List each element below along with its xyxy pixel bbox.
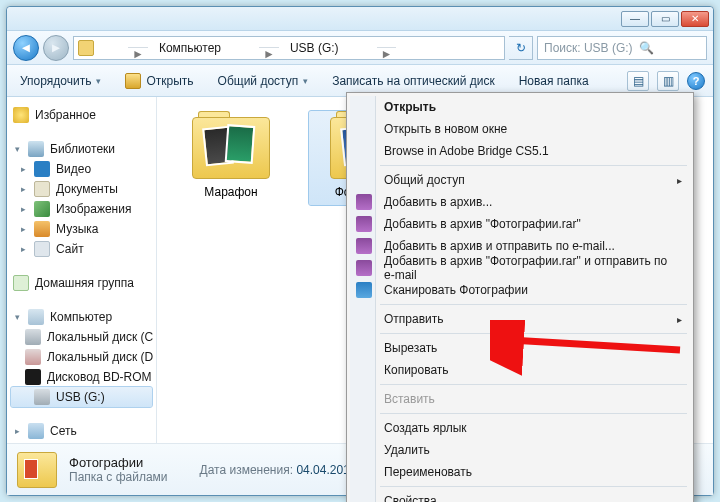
new-folder-button[interactable]: Новая папка bbox=[514, 71, 594, 91]
sidebar-item-video[interactable]: ▸Видео bbox=[11, 159, 152, 179]
search-input[interactable]: Поиск: USB (G:) 🔍 bbox=[537, 36, 707, 60]
details-date-label: Дата изменения: bbox=[200, 463, 294, 477]
ctx-browse-bridge[interactable]: Browse in Adobe Bridge CS5.1 bbox=[350, 140, 690, 162]
site-icon bbox=[34, 241, 50, 257]
computer-icon bbox=[28, 309, 44, 325]
sidebar-item-drive-d[interactable]: Локальный диск (D bbox=[11, 347, 152, 367]
organize-label: Упорядочить bbox=[20, 74, 91, 88]
submenu-arrow-icon: ▸ bbox=[677, 314, 682, 325]
collapse-icon: ▾ bbox=[13, 144, 22, 154]
image-icon bbox=[34, 201, 50, 217]
ctx-add-photo-rar[interactable]: Добавить в архив "Фотографии.rar" bbox=[350, 213, 690, 235]
context-menu: Открыть Открыть в новом окне Browse in A… bbox=[346, 92, 694, 502]
sidebar-label: Видео bbox=[56, 162, 91, 176]
archive-icon bbox=[356, 216, 372, 232]
help-button[interactable]: ? bbox=[687, 72, 705, 90]
minimize-button[interactable]: — bbox=[621, 11, 649, 27]
ctx-rename[interactable]: Переименовать bbox=[350, 461, 690, 483]
ctx-scan[interactable]: Сканировать Фотографии bbox=[350, 279, 690, 301]
crumb-computer[interactable]: Компьютер bbox=[155, 41, 225, 55]
sidebar-label: Локальный диск (C bbox=[47, 330, 153, 344]
sidebar-network[interactable]: ▸Сеть bbox=[11, 421, 152, 441]
preview-pane-button[interactable]: ▥ bbox=[657, 71, 679, 91]
ctx-send-to[interactable]: Отправить▸ bbox=[350, 308, 690, 330]
ctx-create-shortcut[interactable]: Создать ярлык bbox=[350, 417, 690, 439]
ctx-properties[interactable]: Свойства bbox=[350, 490, 690, 502]
sidebar-item-images[interactable]: ▸Изображения bbox=[11, 199, 152, 219]
ctx-open[interactable]: Открыть bbox=[350, 96, 690, 118]
navigation-sidebar: Избранное ▾Библиотеки ▸Видео ▸Документы … bbox=[7, 97, 157, 443]
ctx-copy[interactable]: Копировать bbox=[350, 359, 690, 381]
view-button[interactable]: ▤ bbox=[627, 71, 649, 91]
sidebar-label: Изображения bbox=[56, 202, 131, 216]
close-button[interactable]: ✕ bbox=[681, 11, 709, 27]
burn-button[interactable]: Записать на оптический диск bbox=[327, 71, 500, 91]
sidebar-item-site[interactable]: ▸Сайт bbox=[11, 239, 152, 259]
sidebar-label: Компьютер bbox=[50, 310, 112, 324]
share-button[interactable]: Общий доступ ▾ bbox=[213, 71, 314, 91]
ctx-cut[interactable]: Вырезать bbox=[350, 337, 690, 359]
refresh-button[interactable]: ↻ bbox=[509, 36, 533, 60]
usb-icon bbox=[34, 389, 50, 405]
crumb-sep: ► bbox=[377, 47, 397, 48]
archive-icon bbox=[356, 238, 372, 254]
ctx-add-photo-email[interactable]: Добавить в архив "Фотографии.rar" и отпр… bbox=[350, 257, 690, 279]
sidebar-computer[interactable]: ▾Компьютер bbox=[11, 307, 152, 327]
sidebar-label: Библиотеки bbox=[50, 142, 115, 156]
titlebar: — ▭ ✕ bbox=[7, 7, 713, 31]
archive-icon bbox=[356, 260, 372, 276]
submenu-arrow-icon: ▸ bbox=[677, 175, 682, 186]
sidebar-homegroup[interactable]: Домашняя группа bbox=[11, 273, 152, 293]
sidebar-item-usb[interactable]: USB (G:) bbox=[11, 387, 152, 407]
folder-label: Марафон bbox=[204, 185, 257, 199]
sidebar-label: Дисковод BD-ROM bbox=[47, 370, 152, 384]
sidebar-label: Документы bbox=[56, 182, 118, 196]
organize-button[interactable]: Упорядочить ▾ bbox=[15, 71, 106, 91]
expand-icon: ▸ bbox=[13, 426, 22, 436]
sidebar-label: Сайт bbox=[56, 242, 84, 256]
folder-open-icon bbox=[125, 73, 141, 89]
sidebar-favorites[interactable]: Избранное bbox=[11, 105, 152, 125]
sidebar-label: Музыка bbox=[56, 222, 98, 236]
crumb-sep: ► bbox=[128, 47, 148, 48]
video-icon bbox=[34, 161, 50, 177]
sidebar-item-music[interactable]: ▸Музыка bbox=[11, 219, 152, 239]
sidebar-label: Избранное bbox=[35, 108, 96, 122]
ctx-delete[interactable]: Удалить bbox=[350, 439, 690, 461]
library-icon bbox=[28, 141, 44, 157]
details-thumbnail bbox=[17, 452, 57, 488]
newfolder-label: Новая папка bbox=[519, 74, 589, 88]
search-placeholder: Поиск: USB (G:) bbox=[544, 41, 633, 55]
chevron-down-icon: ▾ bbox=[303, 76, 308, 86]
sidebar-libraries[interactable]: ▾Библиотеки bbox=[11, 139, 152, 159]
archive-icon bbox=[356, 194, 372, 210]
ctx-add-archive[interactable]: Добавить в архив... bbox=[350, 191, 690, 213]
folder-icon bbox=[192, 117, 270, 179]
folder-item-marathon[interactable]: Марафон bbox=[171, 111, 291, 205]
ctx-paste: Вставить bbox=[350, 388, 690, 410]
back-button[interactable]: ◄ bbox=[13, 35, 39, 61]
collapse-icon: ▾ bbox=[13, 312, 22, 322]
disc-icon bbox=[25, 369, 41, 385]
crumb-usb[interactable]: USB (G:) bbox=[286, 41, 343, 55]
ctx-open-new-window[interactable]: Открыть в новом окне bbox=[350, 118, 690, 140]
breadcrumb[interactable]: ► Компьютер ► USB (G:) ► bbox=[73, 36, 505, 60]
sidebar-label: USB (G:) bbox=[56, 390, 105, 404]
sidebar-item-bdrom[interactable]: Дисковод BD-ROM bbox=[11, 367, 152, 387]
music-icon bbox=[34, 221, 50, 237]
network-icon bbox=[28, 423, 44, 439]
burn-label: Записать на оптический диск bbox=[332, 74, 495, 88]
drive-icon bbox=[25, 329, 41, 345]
search-icon: 🔍 bbox=[639, 41, 654, 55]
sidebar-label: Домашняя группа bbox=[35, 276, 134, 290]
sidebar-item-documents[interactable]: ▸Документы bbox=[11, 179, 152, 199]
crumb-sep: ► bbox=[259, 47, 279, 48]
chevron-down-icon: ▾ bbox=[96, 76, 101, 86]
forward-button[interactable]: ► bbox=[43, 35, 69, 61]
open-button[interactable]: Открыть bbox=[120, 70, 198, 92]
sidebar-item-drive-c[interactable]: Локальный диск (C bbox=[11, 327, 152, 347]
maximize-button[interactable]: ▭ bbox=[651, 11, 679, 27]
navigation-bar: ◄ ► ► Компьютер ► USB (G:) ► ↻ Поиск: US… bbox=[7, 31, 713, 65]
ctx-share[interactable]: Общий доступ▸ bbox=[350, 169, 690, 191]
sidebar-label: Сеть bbox=[50, 424, 77, 438]
